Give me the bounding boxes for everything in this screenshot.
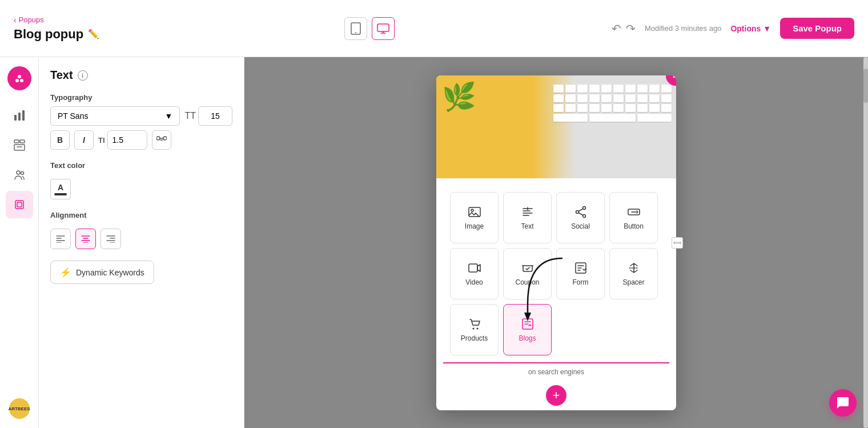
font-size-field[interactable] — [198, 106, 232, 126]
canvas-area: × 🌿 — [244, 57, 868, 428]
back-arrow-icon: ‹ — [14, 15, 17, 25]
widget-image[interactable]: Image — [450, 192, 499, 243]
undo-redo: ↶ ↷ — [612, 22, 636, 35]
popup-container: × 🌿 — [436, 75, 676, 410]
color-swatch-row: A — [50, 179, 232, 199]
plant-decoration: 🌿 — [442, 81, 476, 113]
scrollbar-thumb[interactable] — [863, 69, 868, 103]
widget-coupon[interactable]: Coupon — [503, 248, 552, 299]
line-height-icon: TI — [98, 136, 105, 145]
color-picker-button[interactable]: A — [50, 179, 71, 199]
undo-button[interactable]: ↶ — [612, 22, 621, 35]
svg-point-24 — [472, 327, 474, 329]
svg-rect-10 — [20, 140, 25, 143]
redo-button[interactable]: ↷ — [626, 22, 636, 35]
widget-social[interactable]: Social — [556, 192, 605, 243]
user-avatar[interactable]: ARTBEES — [9, 398, 30, 419]
svg-point-19 — [576, 210, 578, 213]
widget-chooser: Image Text — [443, 185, 669, 362]
page-title: Blog popup ✏️ — [14, 27, 128, 42]
left-panel: Text i Typography PT Sans ▼ TT B I — [39, 57, 244, 428]
widget-button-label: Button — [624, 222, 644, 230]
widget-products[interactable]: Products — [450, 304, 499, 355]
svg-rect-7 — [18, 113, 21, 121]
text-format-row: B I TI — [50, 130, 232, 150]
plus-icon: + — [553, 388, 560, 403]
link-button[interactable] — [152, 130, 171, 150]
color-line — [54, 193, 67, 195]
align-center-button[interactable] — [75, 229, 96, 249]
widget-button[interactable]: Button — [609, 192, 658, 243]
popup-wrapper: × 🌿 — [436, 75, 676, 410]
mobile-device-button[interactable] — [344, 17, 367, 40]
typography-section: Typography PT Sans ▼ TT B I TI — [50, 93, 232, 150]
panel-title-text: Text — [50, 69, 73, 82]
widget-text[interactable]: Text — [503, 192, 552, 243]
text-color-label: Text color — [50, 161, 232, 170]
widget-form[interactable]: Form — [556, 248, 605, 299]
popup-add-section: + — [436, 381, 676, 410]
widget-coupon-label: Coupon — [515, 278, 539, 286]
widget-spacer-label: Spacer — [622, 278, 644, 286]
back-label[interactable]: Popups — [19, 15, 44, 24]
svg-point-17 — [471, 209, 473, 211]
widget-form-label: Form — [573, 278, 589, 286]
svg-point-25 — [476, 327, 478, 329]
sidebar-item-layers[interactable] — [6, 191, 33, 218]
font-size-input: TT — [184, 106, 232, 126]
header-left: ‹ Popups Blog popup ✏️ — [14, 15, 128, 42]
svg-point-3 — [15, 79, 19, 82]
line-height-field: TI — [98, 130, 147, 150]
font-row: PT Sans ▼ TT — [50, 106, 232, 126]
save-popup-button[interactable]: Save Popup — [780, 18, 854, 39]
font-family-value: PT Sans — [58, 111, 88, 121]
resize-handle[interactable]: ⟺ — [672, 237, 683, 249]
align-left-button[interactable] — [50, 229, 71, 249]
svg-rect-16 — [469, 207, 480, 217]
alignment-section: Alignment — [50, 211, 232, 249]
options-button[interactable]: Options ▼ — [730, 24, 771, 33]
svg-point-13 — [21, 172, 23, 175]
header: ‹ Popups Blog popup ✏️ ↶ ↷ Modified 3 mi… — [0, 0, 868, 57]
sidebar-item-users[interactable] — [6, 161, 33, 189]
sidebar-item-analytics[interactable] — [6, 102, 33, 129]
info-icon[interactable]: i — [78, 70, 88, 81]
popup-bottom-text: on search engines — [443, 362, 669, 381]
font-family-select[interactable]: PT Sans ▼ — [50, 106, 180, 126]
widget-spacer[interactable]: Spacer — [609, 248, 658, 299]
app-logo — [7, 66, 31, 90]
sidebar-item-components[interactable] — [6, 131, 33, 159]
widget-text-label: Text — [521, 222, 533, 230]
svg-rect-22 — [469, 264, 477, 272]
align-right-button[interactable] — [101, 229, 121, 249]
dynamic-keywords-label: Dynamic Keywords — [76, 268, 144, 277]
italic-button[interactable]: I — [74, 130, 94, 150]
svg-rect-2 — [377, 24, 389, 31]
svg-point-4 — [20, 79, 23, 82]
svg-point-18 — [582, 206, 585, 209]
svg-point-1 — [355, 32, 356, 33]
desktop-device-button[interactable] — [372, 17, 395, 40]
back-link[interactable]: ‹ Popups — [14, 15, 128, 25]
line-height-input[interactable] — [107, 130, 147, 150]
dynamic-keywords-button[interactable]: ⚡ Dynamic Keywords — [50, 261, 154, 284]
chevron-down-icon: ▼ — [763, 24, 771, 33]
modified-text: Modified 3 minutes ago — [645, 24, 721, 33]
close-icon: × — [673, 75, 676, 82]
title-text: Blog popup — [14, 27, 83, 42]
svg-rect-11 — [14, 145, 25, 150]
popup-image: 🌿 — [436, 75, 676, 178]
add-element-button[interactable]: + — [546, 385, 566, 406]
svg-rect-14 — [15, 201, 23, 209]
bold-button[interactable]: B — [50, 130, 70, 150]
chat-bubble-button[interactable] — [829, 389, 857, 417]
widget-blogs[interactable]: Blogs — [503, 304, 552, 355]
svg-rect-9 — [14, 140, 19, 143]
widget-video[interactable]: Video — [450, 248, 499, 299]
svg-point-20 — [582, 214, 585, 217]
widget-video-label: Video — [465, 278, 483, 286]
typography-label: Typography — [50, 93, 232, 102]
alignment-buttons — [50, 229, 232, 249]
scrollbar[interactable] — [863, 57, 868, 428]
edit-title-icon[interactable]: ✏️ — [88, 29, 99, 39]
